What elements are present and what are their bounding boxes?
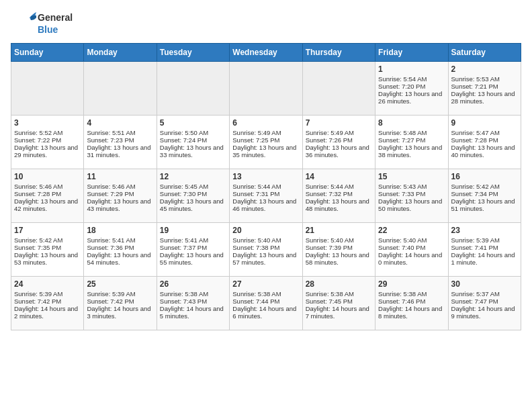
sunrise-text: Sunrise: 5:39 AM (14, 290, 62, 298)
daylight-text: Daylight: 13 hours and 53 minutes. (14, 251, 78, 266)
daylight-text: Daylight: 13 hours and 35 minutes. (232, 144, 296, 158)
day-number: 26 (160, 279, 226, 289)
day-number: 20 (232, 226, 299, 235)
logo-svg (11, 11, 36, 36)
day-number: 14 (306, 172, 372, 181)
daylight-text: Daylight: 14 hours and 5 minutes. (160, 305, 224, 320)
day-number: 19 (160, 226, 226, 235)
logo-blue-text: Blue (38, 24, 73, 36)
sunset-text: Sunset: 7:41 PM (451, 244, 498, 251)
sunrise-text: Sunrise: 5:44 AM (232, 183, 281, 190)
day-header-thursday: Thursday (302, 44, 375, 62)
daylight-text: Daylight: 13 hours and 31 minutes. (87, 144, 150, 158)
day-cell (157, 62, 229, 116)
week-row-4: 17Sunrise: 5:42 AMSunset: 7:35 PMDayligh… (11, 223, 521, 277)
day-number: 10 (14, 172, 81, 181)
day-number: 4 (87, 118, 153, 128)
sunrise-text: Sunrise: 5:39 AM (451, 236, 500, 244)
daylight-text: Daylight: 13 hours and 42 minutes. (14, 197, 78, 212)
day-cell (84, 62, 157, 116)
sunset-text: Sunset: 7:31 PM (232, 190, 279, 197)
day-cell: 9Sunrise: 5:47 AMSunset: 7:28 PMDaylight… (448, 116, 521, 169)
sunset-text: Sunset: 7:28 PM (451, 136, 498, 144)
sunset-text: Sunset: 7:42 PM (87, 298, 134, 305)
day-number: 13 (232, 172, 299, 181)
daylight-text: Daylight: 13 hours and 51 minutes. (451, 197, 515, 212)
sunrise-text: Sunrise: 5:40 AM (378, 236, 427, 244)
day-cell: 17Sunrise: 5:42 AMSunset: 7:35 PMDayligh… (11, 223, 84, 277)
day-cell: 1Sunrise: 5:54 AMSunset: 7:20 PMDaylight… (375, 62, 448, 116)
day-cell: 30Sunrise: 5:37 AMSunset: 7:47 PMDayligh… (448, 277, 521, 330)
sunrise-text: Sunrise: 5:37 AM (451, 290, 500, 298)
daylight-text: Daylight: 13 hours and 50 minutes. (378, 197, 442, 212)
day-cell: 12Sunrise: 5:45 AMSunset: 7:30 PMDayligh… (157, 169, 229, 223)
sunset-text: Sunset: 7:22 PM (14, 136, 61, 144)
day-cell: 8Sunrise: 5:48 AMSunset: 7:27 PMDaylight… (375, 116, 448, 169)
sunset-text: Sunset: 7:23 PM (87, 136, 134, 144)
day-cell: 11Sunrise: 5:46 AMSunset: 7:29 PMDayligh… (84, 169, 157, 223)
daylight-text: Daylight: 14 hours and 3 minutes. (87, 305, 150, 320)
day-header-sunday: Sunday (11, 44, 84, 62)
sunrise-text: Sunrise: 5:42 AM (14, 236, 62, 244)
sunrise-text: Sunrise: 5:41 AM (87, 236, 135, 244)
daylight-text: Daylight: 13 hours and 28 minutes. (451, 90, 515, 105)
day-cell: 14Sunrise: 5:44 AMSunset: 7:32 PMDayligh… (302, 169, 375, 223)
day-cell: 22Sunrise: 5:40 AMSunset: 7:40 PMDayligh… (375, 223, 448, 277)
day-number: 15 (378, 172, 445, 181)
sunrise-text: Sunrise: 5:38 AM (160, 290, 208, 298)
daylight-text: Daylight: 13 hours and 46 minutes. (232, 197, 296, 212)
sunset-text: Sunset: 7:39 PM (306, 244, 353, 251)
day-cell: 7Sunrise: 5:49 AMSunset: 7:26 PMDaylight… (302, 116, 375, 169)
sunset-text: Sunset: 7:42 PM (14, 298, 61, 305)
sunrise-text: Sunrise: 5:50 AM (160, 129, 208, 136)
daylight-text: Daylight: 13 hours and 29 minutes. (14, 144, 78, 158)
sunrise-text: Sunrise: 5:42 AM (451, 183, 500, 190)
calendar-header-row: SundayMondayTuesdayWednesdayThursdayFrid… (11, 44, 521, 62)
day-cell: 16Sunrise: 5:42 AMSunset: 7:34 PMDayligh… (448, 169, 521, 223)
day-number: 23 (451, 226, 518, 235)
sunrise-text: Sunrise: 5:51 AM (87, 129, 135, 136)
sunrise-text: Sunrise: 5:54 AM (378, 75, 427, 83)
logo-general-text: General (38, 11, 73, 24)
sunrise-text: Sunrise: 5:47 AM (451, 129, 500, 136)
day-number: 3 (14, 118, 81, 128)
day-header-tuesday: Tuesday (157, 44, 229, 62)
day-header-friday: Friday (375, 44, 448, 62)
day-cell: 27Sunrise: 5:38 AMSunset: 7:44 PMDayligh… (230, 277, 302, 330)
daylight-text: Daylight: 14 hours and 2 minutes. (14, 305, 78, 320)
calendar-table: SundayMondayTuesdayWednesdayThursdayFrid… (11, 43, 521, 330)
sunset-text: Sunset: 7:24 PM (160, 136, 207, 144)
day-number: 16 (451, 172, 518, 181)
day-cell: 23Sunrise: 5:39 AMSunset: 7:41 PMDayligh… (448, 223, 521, 277)
day-number: 8 (378, 118, 445, 128)
sunset-text: Sunset: 7:34 PM (451, 190, 498, 197)
day-header-monday: Monday (84, 44, 157, 62)
sunset-text: Sunset: 7:29 PM (87, 190, 134, 197)
day-cell: 15Sunrise: 5:43 AMSunset: 7:33 PMDayligh… (375, 169, 448, 223)
sunrise-text: Sunrise: 5:38 AM (378, 290, 427, 298)
day-number: 28 (306, 279, 372, 289)
week-row-1: 1Sunrise: 5:54 AMSunset: 7:20 PMDaylight… (11, 62, 521, 116)
day-number: 6 (232, 118, 299, 128)
sunrise-text: Sunrise: 5:46 AM (14, 183, 62, 190)
sunrise-text: Sunrise: 5:38 AM (306, 290, 354, 298)
daylight-text: Daylight: 14 hours and 6 minutes. (232, 305, 296, 320)
sunset-text: Sunset: 7:28 PM (14, 190, 61, 197)
sunrise-text: Sunrise: 5:53 AM (451, 75, 500, 83)
daylight-text: Daylight: 13 hours and 43 minutes. (87, 197, 150, 212)
sunrise-text: Sunrise: 5:40 AM (306, 236, 354, 244)
sunrise-text: Sunrise: 5:48 AM (378, 129, 427, 136)
day-cell: 28Sunrise: 5:38 AMSunset: 7:45 PMDayligh… (302, 277, 375, 330)
day-number: 18 (87, 226, 153, 235)
day-number: 30 (451, 279, 518, 289)
day-cell: 5Sunrise: 5:50 AMSunset: 7:24 PMDaylight… (157, 116, 229, 169)
sunrise-text: Sunrise: 5:41 AM (160, 236, 208, 244)
day-cell: 29Sunrise: 5:38 AMSunset: 7:46 PMDayligh… (375, 277, 448, 330)
daylight-text: Daylight: 13 hours and 45 minutes. (160, 197, 224, 212)
day-number: 2 (451, 64, 518, 74)
sunrise-text: Sunrise: 5:52 AM (14, 129, 62, 136)
day-cell: 6Sunrise: 5:49 AMSunset: 7:25 PMDaylight… (230, 116, 302, 169)
day-cell: 25Sunrise: 5:39 AMSunset: 7:42 PMDayligh… (84, 277, 157, 330)
day-cell: 2Sunrise: 5:53 AMSunset: 7:21 PMDaylight… (448, 62, 521, 116)
sunset-text: Sunset: 7:26 PM (306, 136, 353, 144)
